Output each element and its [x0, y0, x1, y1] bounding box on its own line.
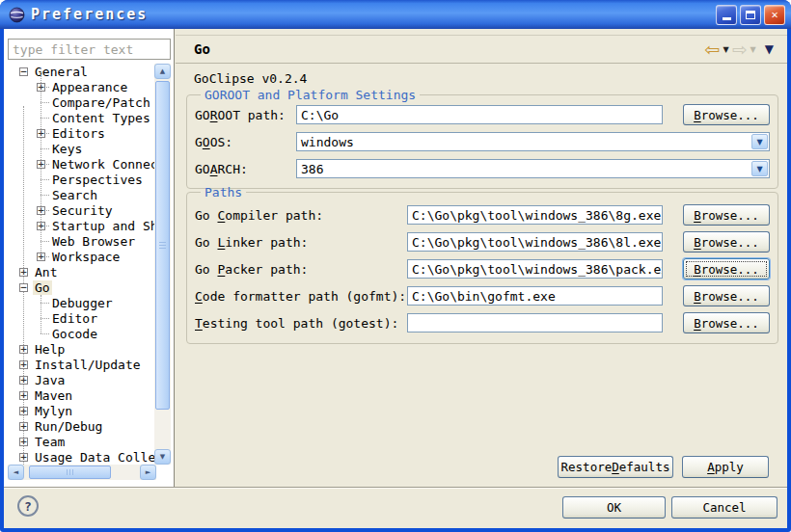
expand-icon[interactable]: + — [37, 83, 45, 92]
close-button[interactable]: ✕ — [764, 5, 785, 25]
chevron-down-icon[interactable] — [751, 161, 768, 176]
tree-item-label: Gocode — [50, 327, 99, 341]
browse-button[interactable]: Browse... — [683, 285, 770, 306]
path-input-go-linker-path[interactable]: C:\Go\pkg\tool\windows_386\8l.exe — [407, 232, 663, 252]
tree-item-ant[interactable]: +Ant — [4, 264, 154, 279]
tree-item-go[interactable]: −Go — [4, 279, 154, 295]
tree-item-perspectives[interactable]: Perspectives — [4, 172, 154, 187]
tree-item-content-types[interactable]: Content Types — [4, 110, 154, 125]
expand-icon[interactable]: + — [37, 253, 45, 261]
browse-button[interactable]: Browse... — [683, 104, 770, 125]
tree-item-startup-and-shu[interactable]: +Startup and Shu — [4, 218, 154, 233]
expand-icon[interactable]: + — [19, 391, 28, 400]
path-input-value: C:\Go\bin\gofmt.exe — [408, 289, 556, 304]
chevron-down-icon[interactable] — [751, 134, 768, 149]
forward-menu-chevron-icon: ▼ — [750, 45, 756, 54]
titlebar[interactable]: Preferences ✕ — [0, 0, 791, 29]
path-input-goroot-path[interactable]: C:\Go — [296, 105, 663, 124]
tree-item-general[interactable]: −General — [4, 64, 154, 79]
path-input-go-packer-path[interactable]: C:\Go\pkg\tool\windows_386\pack.exe — [407, 259, 663, 279]
tree-item-appearance[interactable]: +Appearance — [4, 79, 154, 94]
vertical-scrollbar-thumb[interactable] — [155, 81, 170, 410]
form-row: GOROOT path:C:\GoBrowse... — [195, 104, 770, 125]
tree-item-run-debug[interactable]: +Run/Debug — [4, 418, 154, 434]
dropdown-goos[interactable]: windows — [296, 132, 770, 151]
restore-defaults-button[interactable]: Restore Defaults — [558, 456, 673, 478]
path-input-go-compiler-path[interactable]: C:\Go\pkg\tool\windows_386\8g.exe — [407, 205, 663, 225]
cancel-button[interactable]: Cancel — [671, 496, 777, 519]
tree-item-install-update[interactable]: +Install/Update — [4, 357, 154, 372]
leaf-spacer — [37, 98, 45, 107]
eclipse-icon — [9, 7, 25, 23]
tree-horizontal-scrollbar[interactable]: ◄ ► — [8, 465, 156, 480]
tree-item-web-browser[interactable]: Web Browser — [4, 233, 154, 249]
minimize-button[interactable] — [716, 5, 737, 25]
tree-item-editors[interactable]: +Editors — [4, 125, 154, 141]
close-icon: ✕ — [771, 8, 777, 21]
maximize-button[interactable] — [740, 5, 761, 25]
expand-icon[interactable]: + — [37, 129, 45, 138]
browse-button[interactable]: Browse... — [683, 231, 770, 253]
tree-item-network-connect[interactable]: +Network Connect — [4, 156, 154, 172]
scroll-right-icon[interactable]: ► — [140, 465, 156, 480]
collapse-icon[interactable]: − — [19, 283, 28, 292]
expand-icon[interactable]: + — [19, 360, 28, 369]
tree-item-usage-data-collect[interactable]: +Usage Data Collect — [4, 449, 154, 465]
tree-item-label: Content Types — [50, 111, 152, 125]
tree-item-editor[interactable]: Editor — [4, 310, 154, 326]
tree-item-team[interactable]: +Team — [4, 434, 154, 449]
leaf-spacer — [37, 114, 45, 122]
tree-item-keys[interactable]: Keys — [4, 141, 154, 156]
tree-item-security[interactable]: +Security — [4, 202, 154, 218]
expand-icon[interactable]: + — [37, 206, 45, 215]
expand-icon[interactable]: + — [37, 222, 45, 230]
filter-input[interactable] — [8, 39, 171, 60]
expand-icon[interactable]: + — [19, 453, 28, 462]
tree-item-maven[interactable]: +Maven — [4, 387, 154, 403]
tree-item-label: Security — [50, 203, 115, 218]
back-icon[interactable]: ⇦ — [705, 40, 721, 59]
expand-icon[interactable]: + — [19, 438, 28, 446]
tree-item-debugger[interactable]: Debugger — [4, 295, 154, 310]
help-icon[interactable]: ? — [17, 495, 39, 517]
scroll-up-icon[interactable]: ▲ — [154, 64, 171, 79]
path-input-value: C:\Go\pkg\tool\windows_386\8g.exe — [408, 208, 661, 223]
tree-item-compare-patch[interactable]: Compare/Patch — [4, 94, 154, 110]
tree-item-help[interactable]: +Help — [4, 341, 154, 357]
tree-item-workspace[interactable]: +Workspace — [4, 249, 154, 264]
tree-item-search[interactable]: Search — [4, 187, 154, 202]
leaf-spacer — [37, 175, 45, 184]
tree-item-gocode[interactable]: Gocode — [4, 326, 154, 341]
ok-button[interactable]: OK — [562, 496, 666, 519]
tree-vertical-scrollbar[interactable]: ▲ ▼ — [154, 64, 171, 465]
browse-button[interactable]: Browse... — [683, 204, 770, 226]
back-menu-chevron-icon[interactable]: ▼ — [723, 45, 729, 54]
tree-item-java[interactable]: +Java — [4, 372, 154, 387]
expand-icon[interactable]: + — [19, 345, 28, 354]
expand-icon[interactable]: + — [19, 407, 28, 415]
path-input-code-formatter-path-gofmt[interactable]: C:\Go\bin\gofmt.exe — [407, 286, 663, 306]
preferences-tree[interactable]: −General+AppearanceCompare/PatchContent … — [4, 64, 154, 465]
forward-icon: ⇨ — [732, 40, 748, 59]
view-menu-icon[interactable]: ▼ — [765, 42, 774, 56]
expand-icon[interactable]: + — [37, 160, 45, 169]
collapse-icon[interactable]: − — [19, 67, 28, 76]
scroll-down-icon[interactable]: ▼ — [154, 449, 171, 465]
apply-button[interactable]: Apply — [682, 456, 769, 478]
form-row: GOOS:windows — [195, 131, 770, 152]
expand-icon[interactable]: + — [19, 376, 28, 385]
expand-icon[interactable]: + — [19, 268, 28, 277]
dropdown-value: windows — [297, 135, 354, 149]
form-row: GOARCH:386 — [195, 158, 770, 179]
path-input-testing-tool-path-gotest[interactable] — [407, 313, 663, 332]
tree-item-label: Perspectives — [50, 173, 145, 187]
field-label: Go Packer path: — [195, 262, 407, 277]
scroll-left-icon[interactable]: ◄ — [8, 465, 24, 480]
dropdown-goarch[interactable]: 386 — [296, 159, 770, 178]
browse-button[interactable]: Browse... — [683, 312, 770, 333]
horizontal-scrollbar-thumb[interactable] — [29, 466, 111, 479]
browse-button[interactable]: Browse... — [683, 258, 770, 279]
expand-icon[interactable]: + — [19, 422, 28, 431]
tree-item-mylyn[interactable]: +Mylyn — [4, 403, 154, 418]
group-title: GOROOT and Platform Settings — [201, 88, 420, 102]
